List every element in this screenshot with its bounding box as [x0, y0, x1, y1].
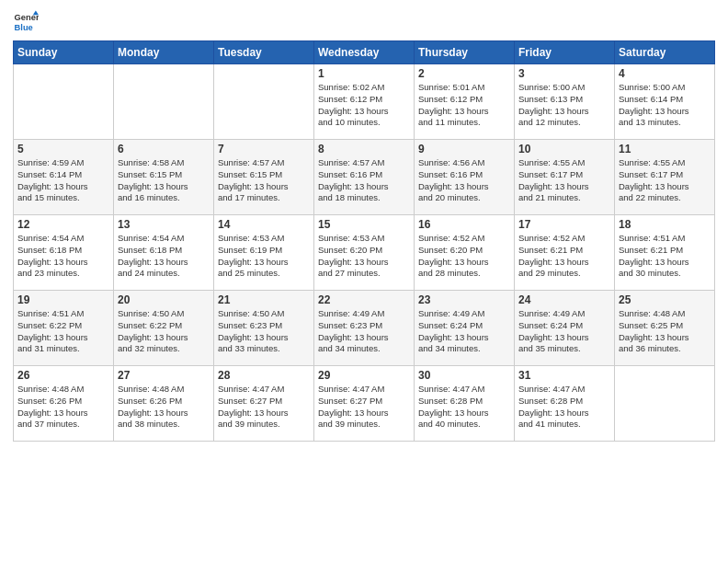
day-cell: 3Sunrise: 5:00 AM Sunset: 6:13 PM Daylig… [515, 64, 615, 140]
col-header-saturday: Saturday [615, 41, 715, 64]
day-info: Sunrise: 5:00 AM Sunset: 6:13 PM Dayligh… [518, 82, 610, 129]
day-info: Sunrise: 4:59 AM Sunset: 6:14 PM Dayligh… [17, 157, 109, 204]
day-number: 24 [518, 293, 610, 306]
day-cell: 27Sunrise: 4:48 AM Sunset: 6:26 PM Dayli… [114, 366, 214, 442]
day-cell [14, 64, 114, 140]
day-cell: 15Sunrise: 4:53 AM Sunset: 6:20 PM Dayli… [314, 215, 415, 291]
page: General Blue SundayMondayTuesdayWednesda… [0, 0, 728, 563]
day-number: 20 [118, 293, 210, 306]
day-info: Sunrise: 4:49 AM Sunset: 6:24 PM Dayligh… [518, 308, 610, 355]
day-info: Sunrise: 4:58 AM Sunset: 6:15 PM Dayligh… [118, 157, 210, 204]
day-cell: 19Sunrise: 4:51 AM Sunset: 6:22 PM Dayli… [14, 291, 114, 366]
day-number: 16 [418, 218, 510, 231]
day-cell: 1Sunrise: 5:02 AM Sunset: 6:12 PM Daylig… [314, 64, 415, 140]
col-header-friday: Friday [515, 41, 615, 64]
day-cell: 28Sunrise: 4:47 AM Sunset: 6:27 PM Dayli… [214, 366, 314, 442]
day-cell: 8Sunrise: 4:57 AM Sunset: 6:16 PM Daylig… [314, 140, 415, 215]
day-cell [214, 64, 314, 140]
logo: General Blue [13, 9, 39, 35]
day-number: 19 [17, 293, 109, 306]
day-info: Sunrise: 5:02 AM Sunset: 6:12 PM Dayligh… [318, 82, 410, 129]
day-info: Sunrise: 5:00 AM Sunset: 6:14 PM Dayligh… [619, 82, 711, 129]
col-header-sunday: Sunday [14, 41, 114, 64]
day-cell: 21Sunrise: 4:50 AM Sunset: 6:23 PM Dayli… [214, 291, 314, 366]
day-info: Sunrise: 4:53 AM Sunset: 6:19 PM Dayligh… [218, 233, 310, 280]
day-info: Sunrise: 4:55 AM Sunset: 6:17 PM Dayligh… [619, 157, 711, 204]
day-number: 18 [619, 218, 711, 231]
day-cell: 11Sunrise: 4:55 AM Sunset: 6:17 PM Dayli… [615, 140, 715, 215]
day-number: 5 [17, 143, 109, 155]
day-info: Sunrise: 4:50 AM Sunset: 6:22 PM Dayligh… [118, 308, 210, 355]
day-cell: 2Sunrise: 5:01 AM Sunset: 6:12 PM Daylig… [415, 64, 515, 140]
day-number: 12 [17, 218, 109, 231]
day-number: 2 [418, 67, 510, 80]
day-cell: 29Sunrise: 4:47 AM Sunset: 6:27 PM Dayli… [314, 366, 415, 442]
calendar-table: SundayMondayTuesdayWednesdayThursdayFrid… [13, 40, 715, 442]
day-info: Sunrise: 4:50 AM Sunset: 6:23 PM Dayligh… [218, 308, 310, 355]
day-cell: 4Sunrise: 5:00 AM Sunset: 6:14 PM Daylig… [615, 64, 715, 140]
day-info: Sunrise: 4:53 AM Sunset: 6:20 PM Dayligh… [318, 233, 410, 280]
day-info: Sunrise: 4:47 AM Sunset: 6:27 PM Dayligh… [318, 384, 410, 431]
day-info: Sunrise: 4:54 AM Sunset: 6:18 PM Dayligh… [118, 233, 210, 280]
header: General Blue [13, 9, 715, 35]
day-info: Sunrise: 4:49 AM Sunset: 6:24 PM Dayligh… [418, 308, 510, 355]
day-number: 29 [318, 369, 410, 382]
day-info: Sunrise: 4:47 AM Sunset: 6:28 PM Dayligh… [518, 384, 610, 431]
week-row-5: 26Sunrise: 4:48 AM Sunset: 6:26 PM Dayli… [14, 366, 715, 442]
day-info: Sunrise: 4:52 AM Sunset: 6:20 PM Dayligh… [418, 233, 510, 280]
day-number: 8 [318, 143, 410, 155]
week-row-2: 5Sunrise: 4:59 AM Sunset: 6:14 PM Daylig… [14, 140, 715, 215]
day-cell: 6Sunrise: 4:58 AM Sunset: 6:15 PM Daylig… [114, 140, 214, 215]
day-info: Sunrise: 4:57 AM Sunset: 6:15 PM Dayligh… [218, 157, 310, 204]
day-number: 11 [619, 143, 711, 155]
col-header-wednesday: Wednesday [314, 41, 415, 64]
calendar-header-row: SundayMondayTuesdayWednesdayThursdayFrid… [14, 41, 715, 64]
day-info: Sunrise: 5:01 AM Sunset: 6:12 PM Dayligh… [418, 82, 510, 129]
day-info: Sunrise: 4:56 AM Sunset: 6:16 PM Dayligh… [418, 157, 510, 204]
day-cell: 13Sunrise: 4:54 AM Sunset: 6:18 PM Dayli… [114, 215, 214, 291]
day-cell: 9Sunrise: 4:56 AM Sunset: 6:16 PM Daylig… [415, 140, 515, 215]
day-number: 30 [418, 369, 510, 382]
col-header-thursday: Thursday [415, 41, 515, 64]
day-info: Sunrise: 4:55 AM Sunset: 6:17 PM Dayligh… [518, 157, 610, 204]
day-cell: 14Sunrise: 4:53 AM Sunset: 6:19 PM Dayli… [214, 215, 314, 291]
day-cell: 5Sunrise: 4:59 AM Sunset: 6:14 PM Daylig… [14, 140, 114, 215]
day-number: 21 [218, 293, 310, 306]
day-info: Sunrise: 4:48 AM Sunset: 6:26 PM Dayligh… [17, 384, 109, 431]
day-info: Sunrise: 4:51 AM Sunset: 6:21 PM Dayligh… [619, 233, 711, 280]
week-row-1: 1Sunrise: 5:02 AM Sunset: 6:12 PM Daylig… [14, 64, 715, 140]
day-info: Sunrise: 4:47 AM Sunset: 6:28 PM Dayligh… [418, 384, 510, 431]
day-number: 10 [518, 143, 610, 155]
day-cell: 12Sunrise: 4:54 AM Sunset: 6:18 PM Dayli… [14, 215, 114, 291]
col-header-tuesday: Tuesday [214, 41, 314, 64]
day-cell: 24Sunrise: 4:49 AM Sunset: 6:24 PM Dayli… [515, 291, 615, 366]
day-info: Sunrise: 4:47 AM Sunset: 6:27 PM Dayligh… [218, 384, 310, 431]
day-number: 14 [218, 218, 310, 231]
day-number: 17 [518, 218, 610, 231]
day-number: 15 [318, 218, 410, 231]
day-cell: 23Sunrise: 4:49 AM Sunset: 6:24 PM Dayli… [415, 291, 515, 366]
day-cell: 30Sunrise: 4:47 AM Sunset: 6:28 PM Dayli… [415, 366, 515, 442]
week-row-3: 12Sunrise: 4:54 AM Sunset: 6:18 PM Dayli… [14, 215, 715, 291]
day-number: 25 [619, 293, 711, 306]
logo-icon: General Blue [13, 9, 39, 35]
day-number: 27 [118, 369, 210, 382]
day-number: 7 [218, 143, 310, 155]
day-number: 31 [518, 369, 610, 382]
day-cell: 20Sunrise: 4:50 AM Sunset: 6:22 PM Dayli… [114, 291, 214, 366]
day-cell: 26Sunrise: 4:48 AM Sunset: 6:26 PM Dayli… [14, 366, 114, 442]
day-info: Sunrise: 4:52 AM Sunset: 6:21 PM Dayligh… [518, 233, 610, 280]
day-number: 9 [418, 143, 510, 155]
day-cell: 18Sunrise: 4:51 AM Sunset: 6:21 PM Dayli… [615, 215, 715, 291]
day-info: Sunrise: 4:51 AM Sunset: 6:22 PM Dayligh… [17, 308, 109, 355]
col-header-monday: Monday [114, 41, 214, 64]
day-cell: 22Sunrise: 4:49 AM Sunset: 6:23 PM Dayli… [314, 291, 415, 366]
day-info: Sunrise: 4:48 AM Sunset: 6:26 PM Dayligh… [118, 384, 210, 431]
day-cell: 31Sunrise: 4:47 AM Sunset: 6:28 PM Dayli… [515, 366, 615, 442]
day-number: 1 [318, 67, 410, 80]
day-number: 23 [418, 293, 510, 306]
day-number: 28 [218, 369, 310, 382]
day-info: Sunrise: 4:49 AM Sunset: 6:23 PM Dayligh… [318, 308, 410, 355]
svg-text:Blue: Blue [15, 23, 33, 32]
day-cell: 17Sunrise: 4:52 AM Sunset: 6:21 PM Dayli… [515, 215, 615, 291]
